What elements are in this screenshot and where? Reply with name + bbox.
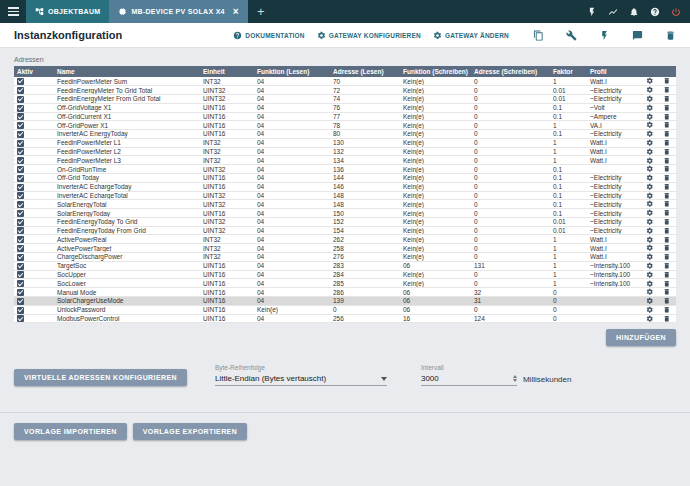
table-row[interactable]: TargetSocUINT1604283061311~Intensity.100 bbox=[14, 261, 676, 270]
row-settings-button[interactable] bbox=[642, 182, 658, 191]
row-delete-button[interactable] bbox=[658, 279, 676, 288]
active-checkbox[interactable] bbox=[17, 122, 24, 129]
row-delete-button[interactable] bbox=[658, 217, 676, 226]
new-tab-button[interactable]: + bbox=[248, 0, 274, 23]
import-template-button[interactable]: VORLAGE IMPORTIEREN bbox=[14, 423, 127, 440]
table-row[interactable]: Off-GridCurrent X1UINT160477Kein(e)00.1~… bbox=[14, 112, 676, 121]
row-settings-button[interactable] bbox=[642, 112, 658, 121]
active-checkbox[interactable] bbox=[17, 148, 24, 155]
row-settings-button[interactable] bbox=[642, 270, 658, 279]
row-delete-button[interactable] bbox=[658, 182, 676, 191]
row-settings-button[interactable] bbox=[642, 314, 658, 323]
row-delete-button[interactable] bbox=[658, 77, 676, 86]
row-delete-button[interactable] bbox=[658, 244, 676, 253]
active-checkbox[interactable] bbox=[17, 289, 24, 296]
row-settings-button[interactable] bbox=[642, 191, 658, 200]
table-row[interactable]: ChargeDischargPowerINT3204276Kein(e)01Wa… bbox=[14, 253, 676, 262]
row-delete-button[interactable] bbox=[658, 94, 676, 103]
row-delete-button[interactable] bbox=[658, 147, 676, 156]
documentation-button[interactable]: DOKUMENTATION bbox=[233, 31, 304, 40]
row-settings-button[interactable] bbox=[642, 244, 658, 253]
interval-stepper[interactable] bbox=[513, 375, 517, 382]
row-delete-button[interactable] bbox=[658, 191, 676, 200]
close-tab-icon[interactable]: × bbox=[233, 7, 239, 17]
row-settings-button[interactable] bbox=[642, 235, 658, 244]
active-checkbox[interactable] bbox=[17, 245, 24, 252]
active-checkbox[interactable] bbox=[17, 157, 24, 164]
row-delete-button[interactable] bbox=[658, 156, 676, 165]
row-delete-button[interactable] bbox=[658, 112, 676, 121]
row-delete-button[interactable] bbox=[658, 165, 676, 174]
byte-order-select[interactable]: Little-Endian (Bytes vertauscht) bbox=[215, 374, 387, 386]
configure-virtual-addresses-button[interactable]: VIRTUELLE ADRESSEN KONFIGURIEREN bbox=[14, 369, 187, 386]
active-checkbox[interactable] bbox=[17, 140, 24, 147]
row-settings-button[interactable] bbox=[642, 156, 658, 165]
row-delete-button[interactable] bbox=[658, 314, 676, 323]
table-row[interactable]: InverterAC EnergyTodayUINT160480Kein(e)0… bbox=[14, 130, 676, 139]
row-settings-button[interactable] bbox=[642, 217, 658, 226]
table-row[interactable]: FeedinPowerMeter SumINT320470Kein(e)01Wa… bbox=[14, 77, 676, 86]
active-checkbox[interactable] bbox=[17, 78, 24, 85]
row-settings-button[interactable] bbox=[642, 279, 658, 288]
active-checkbox[interactable] bbox=[17, 254, 24, 261]
active-checkbox[interactable] bbox=[17, 175, 24, 182]
row-settings-button[interactable] bbox=[642, 253, 658, 262]
active-checkbox[interactable] bbox=[17, 96, 24, 103]
row-settings-button[interactable] bbox=[642, 305, 658, 314]
row-settings-button[interactable] bbox=[642, 103, 658, 112]
active-checkbox[interactable] bbox=[17, 201, 24, 208]
row-settings-button[interactable] bbox=[642, 200, 658, 209]
row-settings-button[interactable] bbox=[642, 121, 658, 130]
tab-objektbaum[interactable]: OBJEKTBAUM bbox=[26, 0, 109, 23]
active-checkbox[interactable] bbox=[17, 307, 24, 314]
active-checkbox[interactable] bbox=[17, 298, 24, 305]
row-settings-button[interactable] bbox=[642, 147, 658, 156]
bolt-icon[interactable] bbox=[599, 30, 610, 41]
table-row[interactable]: FeedinPowerMeter L1INT3204130Kein(e)01Wa… bbox=[14, 138, 676, 147]
help-icon[interactable] bbox=[650, 7, 660, 17]
row-delete-button[interactable] bbox=[658, 270, 676, 279]
trash-icon[interactable] bbox=[665, 30, 676, 41]
active-checkbox[interactable] bbox=[17, 184, 24, 191]
row-settings-button[interactable] bbox=[642, 165, 658, 174]
table-row[interactable]: FeedinEnergyMeter To Grid TotalUINT32047… bbox=[14, 86, 676, 95]
active-checkbox[interactable] bbox=[17, 210, 24, 217]
table-row[interactable]: ModbusPowerControlUINT1604256161240 bbox=[14, 314, 676, 323]
active-checkbox[interactable] bbox=[17, 280, 24, 287]
wrench-icon[interactable] bbox=[566, 30, 577, 41]
row-delete-button[interactable] bbox=[658, 235, 676, 244]
table-row[interactable]: FeedinEnergyToday To GridUINT3204152Kein… bbox=[14, 217, 676, 226]
row-settings-button[interactable] bbox=[642, 174, 658, 183]
menu-icon[interactable] bbox=[0, 0, 26, 23]
row-settings-button[interactable] bbox=[642, 296, 658, 305]
row-delete-button[interactable] bbox=[658, 209, 676, 218]
table-row[interactable]: FeedinEnergyToday From GridUINT3204154Ke… bbox=[14, 226, 676, 235]
active-checkbox[interactable] bbox=[17, 166, 24, 173]
row-delete-button[interactable] bbox=[658, 305, 676, 314]
row-settings-button[interactable] bbox=[642, 86, 658, 95]
row-delete-button[interactable] bbox=[658, 121, 676, 130]
table-row[interactable]: FeedinEnergyMeter From Grid TotalUINT320… bbox=[14, 94, 676, 103]
bolt-icon[interactable] bbox=[587, 7, 597, 17]
table-row[interactable]: InverterAC EchargeTodayUINT1604146Kein(e… bbox=[14, 182, 676, 191]
copy-icon[interactable] bbox=[533, 30, 544, 41]
row-settings-button[interactable] bbox=[642, 288, 658, 297]
table-row[interactable]: UnlockPasswordUINT16Kein(e)00600 bbox=[14, 305, 676, 314]
row-settings-button[interactable] bbox=[642, 94, 658, 103]
active-checkbox[interactable] bbox=[17, 131, 24, 138]
row-delete-button[interactable] bbox=[658, 261, 676, 270]
add-address-button[interactable]: HINZUFÜGEN bbox=[606, 329, 676, 346]
active-checkbox[interactable] bbox=[17, 236, 24, 243]
active-checkbox[interactable] bbox=[17, 263, 24, 270]
row-delete-button[interactable] bbox=[658, 103, 676, 112]
row-delete-button[interactable] bbox=[658, 253, 676, 262]
bell-icon[interactable] bbox=[629, 7, 639, 17]
row-delete-button[interactable] bbox=[658, 296, 676, 305]
row-delete-button[interactable] bbox=[658, 200, 676, 209]
row-settings-button[interactable] bbox=[642, 77, 658, 86]
table-row[interactable]: SocLowerUINT1604285Kein(e)01~Intensity.1… bbox=[14, 279, 676, 288]
row-settings-button[interactable] bbox=[642, 130, 658, 139]
active-checkbox[interactable] bbox=[17, 105, 24, 112]
row-settings-button[interactable] bbox=[642, 138, 658, 147]
table-row[interactable]: InverterAC EchargeTotalUINT3204148Kein(e… bbox=[14, 191, 676, 200]
